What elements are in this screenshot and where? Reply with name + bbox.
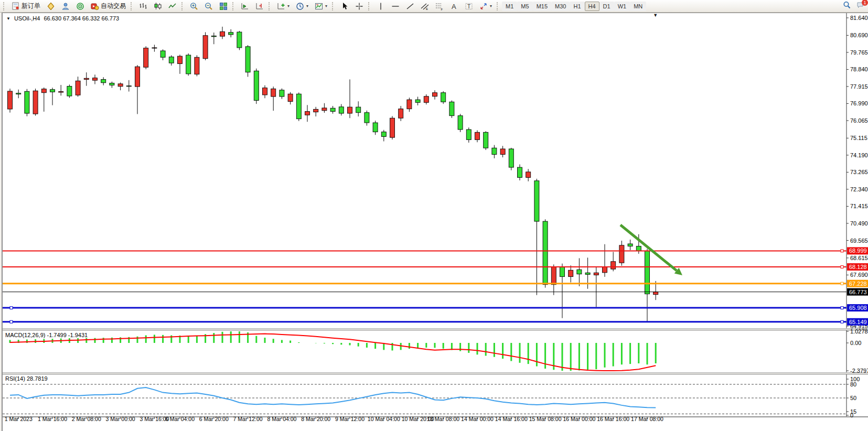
- timeframe-m5-button[interactable]: M5: [517, 2, 532, 11]
- timeframe-w1-button[interactable]: W1: [614, 2, 630, 11]
- line-handle[interactable]: [841, 250, 843, 252]
- svg-text:1.0278: 1.0278: [850, 328, 868, 335]
- zoom-out-button[interactable]: [202, 1, 216, 12]
- autotrading-icon: [91, 2, 99, 10]
- line-handle[interactable]: [10, 320, 13, 323]
- candle: [475, 132, 480, 139]
- arrows-dropdown-icon[interactable]: ▾: [490, 4, 492, 8]
- chart-symbol-title: USOil-,H4: [14, 15, 40, 21]
- chart-plot[interactable]: 81.64080.69079.76578.84077.91576.99076.0…: [3, 13, 868, 431]
- arrows-icon: [479, 2, 488, 10]
- toolbar-separator: [3, 2, 7, 10]
- timeframe-h1-button[interactable]: H1: [570, 2, 584, 11]
- candle: [186, 55, 191, 74]
- candle: [305, 112, 310, 115]
- signals-icon: [76, 2, 84, 10]
- candle: [144, 48, 148, 68]
- line-handle[interactable]: [841, 266, 843, 268]
- candle: [110, 83, 114, 85]
- price-badge: 65.149: [849, 319, 867, 325]
- new-order-button[interactable]: 新订单: [9, 1, 43, 12]
- candle: [424, 96, 428, 103]
- chart-wizard-button[interactable]: [44, 1, 58, 12]
- label-icon: T: [465, 2, 473, 10]
- chart-shift-icon: [255, 2, 264, 10]
- text-label-button[interactable]: T: [462, 1, 476, 12]
- candle: [628, 244, 633, 246]
- autotrading-button[interactable]: 自动交易: [88, 1, 128, 12]
- candle: [526, 172, 531, 178]
- fibonacci-button[interactable]: F: [433, 1, 446, 12]
- line-chart-button[interactable]: [166, 1, 179, 12]
- cursor-icon: [340, 2, 349, 10]
- candle: [330, 108, 335, 111]
- chart-window[interactable]: ▼ USOil-,H4 66.630 67.364 66.332 66.773 …: [2, 13, 868, 431]
- candle: [203, 36, 208, 59]
- horizontal-line-button[interactable]: [389, 1, 402, 12]
- zoom-in-icon: [190, 2, 198, 10]
- timeframe-m15-button[interactable]: M15: [533, 2, 551, 11]
- line-handle[interactable]: [841, 307, 843, 309]
- periods-button[interactable]: ▾: [293, 1, 311, 12]
- timeframe-mn-button[interactable]: MN: [630, 2, 646, 11]
- arrows-button[interactable]: ▾: [477, 1, 495, 12]
- line-handle[interactable]: [841, 282, 843, 285]
- search-button[interactable]: [843, 1, 851, 12]
- rsi-indicator-label: RSI(14) 28.7819: [5, 375, 48, 382]
- zoom-out-icon: [205, 2, 213, 10]
- chart-shift-button[interactable]: [253, 1, 266, 12]
- time-label: 6 Mar 20:00: [199, 416, 229, 422]
- svg-text:0.00: 0.00: [850, 340, 861, 346]
- signals-button[interactable]: [73, 1, 87, 12]
- timeframe-h4-button[interactable]: H4: [585, 2, 599, 11]
- zoom-in-button[interactable]: [187, 1, 201, 12]
- template-button[interactable]: ▾: [312, 1, 330, 12]
- text-icon: A: [450, 2, 458, 10]
- trendline-button[interactable]: [403, 1, 417, 12]
- indicators-icon: [277, 2, 285, 10]
- line-handle[interactable]: [10, 307, 13, 309]
- indicators-dropdown-icon[interactable]: ▾: [287, 4, 290, 8]
- candle: [50, 90, 55, 92]
- text-button[interactable]: A: [447, 1, 461, 12]
- candle: [594, 273, 598, 275]
- vline-icon: [377, 2, 385, 10]
- notifications-button[interactable]: 1: [856, 1, 865, 12]
- candle: [399, 109, 403, 118]
- shift-marker-icon: ▼: [653, 13, 658, 18]
- time-label: 16 Mar 00:00: [563, 416, 595, 422]
- profile-button[interactable]: [59, 1, 72, 12]
- line-handle[interactable]: [841, 320, 843, 323]
- chart-play-button[interactable]: [238, 1, 252, 12]
- candle: [569, 270, 573, 276]
- equidistant-channel-button[interactable]: E: [418, 1, 432, 12]
- candle-chart-button[interactable]: [151, 1, 165, 12]
- candles-icon: [154, 2, 162, 10]
- vertical-line-button[interactable]: [374, 1, 388, 12]
- candle: [611, 262, 616, 269]
- crosshair-button[interactable]: [352, 1, 366, 12]
- cursor-button[interactable]: [338, 1, 351, 12]
- svg-text:68.615: 68.615: [850, 255, 868, 261]
- candle: [585, 273, 590, 274]
- toolbar-separator: [332, 2, 336, 10]
- svg-text:0: 0: [850, 412, 853, 418]
- timeframe-m1-button[interactable]: M1: [502, 2, 517, 11]
- chart-ohlc-values: 66.630 67.364 66.332 66.773: [44, 15, 119, 21]
- indicators-button[interactable]: ▾: [274, 1, 292, 12]
- new-order-label: 新订单: [22, 2, 40, 10]
- chart-title-bar[interactable]: ▼ USOil-,H4 66.630 67.364 66.332 66.773: [6, 15, 119, 21]
- bar-chart-button[interactable]: [136, 1, 150, 12]
- svg-text:73.265: 73.265: [850, 169, 868, 175]
- candle: [76, 81, 80, 95]
- template-dropdown-icon[interactable]: ▾: [325, 4, 327, 8]
- tile-windows-button[interactable]: [217, 1, 230, 12]
- candle: [636, 246, 641, 251]
- svg-text:76.990: 76.990: [850, 100, 868, 106]
- timeframe-d1-button[interactable]: D1: [599, 2, 614, 11]
- periods-dropdown-icon[interactable]: ▾: [306, 4, 308, 8]
- chart-collapse-icon[interactable]: ▼: [6, 16, 10, 21]
- timeframe-m30-button[interactable]: M30: [551, 2, 570, 11]
- candle: [314, 109, 318, 112]
- channel-icon: E: [421, 2, 429, 10]
